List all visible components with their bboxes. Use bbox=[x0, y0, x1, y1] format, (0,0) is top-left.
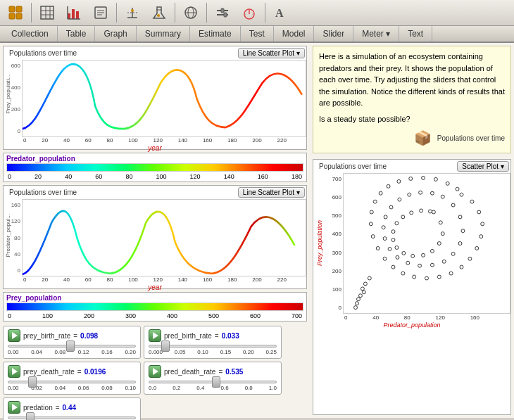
play-btn-prey-birth-rate[interactable] bbox=[8, 329, 20, 342]
model-toolbar-icon[interactable] bbox=[178, 1, 203, 24]
slider-thumb-pred-birth-rate[interactable] bbox=[161, 341, 170, 352]
tab-meter[interactable]: Meter ▾ bbox=[353, 26, 399, 42]
svg-point-56 bbox=[379, 191, 382, 195]
toolbar-sep4 bbox=[206, 3, 207, 23]
svg-point-57 bbox=[387, 184, 390, 188]
svg-point-72 bbox=[406, 261, 410, 265]
sliders-section: prey_birth_rate = 0.098 0.00 0.04 0.08 0… bbox=[3, 326, 307, 420]
svg-point-51 bbox=[376, 246, 380, 250]
graph2-dropdown[interactable]: Line Scatter Plot ▾ bbox=[238, 187, 305, 198]
svg-point-60 bbox=[422, 176, 425, 179]
svg-point-75 bbox=[383, 237, 387, 241]
svg-point-98 bbox=[420, 209, 423, 212]
tab-summary[interactable]: Summary bbox=[137, 26, 190, 42]
play-btn-pred-birth-rate[interactable] bbox=[149, 329, 161, 342]
slider-prey-birth-rate: prey_birth_rate = 0.098 0.00 0.04 0.08 0… bbox=[3, 326, 141, 359]
text-toolbar-icon[interactable]: A bbox=[268, 1, 294, 24]
svg-point-96 bbox=[401, 215, 405, 219]
svg-rect-2 bbox=[9, 13, 15, 19]
svg-point-65 bbox=[458, 215, 462, 219]
svg-point-77 bbox=[384, 215, 387, 219]
svg-point-85 bbox=[439, 221, 442, 224]
svg-rect-30 bbox=[224, 13, 227, 17]
svg-point-70 bbox=[430, 263, 434, 267]
svg-point-40 bbox=[479, 235, 483, 238]
tab-text[interactable]: Text bbox=[399, 26, 432, 42]
scatter-ylabel: Prey_population bbox=[316, 220, 323, 266]
svg-point-42 bbox=[468, 257, 472, 260]
svg-point-91 bbox=[402, 251, 406, 255]
tab-graph[interactable]: Graph bbox=[95, 26, 136, 42]
colorbar1: Predator_population 0 20 40 60 80 100 12… bbox=[3, 153, 307, 182]
summary-toolbar-icon[interactable] bbox=[88, 1, 113, 24]
slider-thumb-prey-death-rate[interactable] bbox=[28, 376, 37, 388]
svg-point-86 bbox=[441, 232, 444, 236]
slider-track-predation[interactable] bbox=[8, 416, 136, 419]
svg-point-68 bbox=[451, 252, 455, 255]
tab-estimate[interactable]: Estimate bbox=[190, 26, 241, 42]
slider-pred-birth-rate: pred_birth_rate = 0.033 0.000 0.05 0.10 … bbox=[144, 326, 282, 359]
graph1-dropdown[interactable]: Line Scatter Plot ▾ bbox=[238, 48, 305, 58]
svg-point-103 bbox=[362, 291, 365, 294]
slider-thumb-prey-birth-rate[interactable] bbox=[66, 341, 75, 352]
play-btn-predation[interactable] bbox=[8, 401, 20, 414]
tab-collection[interactable]: Collection bbox=[3, 26, 58, 42]
svg-point-59 bbox=[409, 177, 413, 180]
svg-rect-11 bbox=[76, 11, 79, 19]
svg-point-83 bbox=[441, 195, 444, 198]
svg-point-102 bbox=[368, 276, 371, 280]
description-text: Here is a simulation of an ecosystem con… bbox=[319, 51, 505, 109]
svg-point-79 bbox=[398, 198, 401, 201]
slider-toolbar-icon[interactable] bbox=[210, 1, 235, 24]
svg-point-92 bbox=[395, 246, 399, 249]
tab-model[interactable]: Model bbox=[274, 26, 315, 42]
svg-point-93 bbox=[391, 238, 395, 242]
scatter-dropdown[interactable]: Scatter Plot ▾ bbox=[457, 161, 509, 172]
table-toolbar-icon[interactable] bbox=[35, 1, 60, 24]
collection-toolbar-icon[interactable] bbox=[3, 1, 28, 24]
play-btn-prey-death-rate[interactable] bbox=[8, 365, 20, 378]
nav-tabs: Collection Table Graph Summary Estimate … bbox=[0, 26, 514, 43]
svg-point-82 bbox=[430, 191, 434, 195]
svg-point-61 bbox=[434, 177, 437, 181]
play-btn-pred-death-rate[interactable] bbox=[149, 365, 161, 378]
slider-track-prey-birth-rate[interactable] bbox=[8, 345, 136, 348]
slider-track-prey-death-rate[interactable] bbox=[8, 381, 136, 383]
svg-point-94 bbox=[391, 230, 395, 234]
svg-point-41 bbox=[475, 246, 479, 250]
scatter-plot-box: Populations over time Scatter Plot ▾ Pre… bbox=[313, 159, 511, 415]
colorbar2-label: Prey_population bbox=[6, 294, 303, 302]
graph-toolbar-icon[interactable] bbox=[61, 1, 87, 24]
graph2: Populations over time Line Scatter Plot … bbox=[3, 185, 307, 289]
colorbar1-bar bbox=[6, 163, 303, 172]
toolbar-sep3 bbox=[175, 3, 175, 23]
svg-point-54 bbox=[370, 210, 373, 214]
svg-point-81 bbox=[419, 191, 422, 194]
meter-toolbar-icon[interactable] bbox=[237, 1, 262, 24]
slider-track-pred-birth-rate[interactable] bbox=[149, 345, 277, 348]
svg-point-69 bbox=[442, 260, 446, 263]
colorbar1-label: Predator_population bbox=[6, 155, 303, 163]
toolbar-sep5 bbox=[265, 3, 265, 23]
estimate-toolbar-icon[interactable] bbox=[120, 1, 145, 24]
tab-table[interactable]: Table bbox=[58, 26, 96, 42]
svg-point-58 bbox=[397, 179, 401, 183]
slider-thumb-pred-death-rate[interactable] bbox=[212, 376, 220, 388]
slider-axis-prey-death-rate: 0.00 0.02 0.04 0.06 0.08 0.10 bbox=[8, 385, 136, 391]
desc-box-label: Populations over time bbox=[437, 133, 505, 144]
slider-predation: predation = 0.44 0 0.5 1.0 1.5 2.0 2.5 bbox=[3, 397, 141, 420]
svg-point-74 bbox=[388, 247, 391, 250]
toolbar-sep2 bbox=[116, 3, 117, 23]
svg-point-88 bbox=[430, 249, 434, 253]
tab-slider[interactable]: Slider bbox=[314, 26, 353, 42]
svg-point-84 bbox=[432, 210, 435, 214]
svg-point-67 bbox=[458, 242, 462, 246]
test-toolbar-icon[interactable] bbox=[146, 1, 172, 24]
description-question: Is a steady state possible? bbox=[319, 113, 505, 125]
slider-thumb-predation[interactable] bbox=[26, 412, 35, 420]
desc-box-icon: 📦 bbox=[414, 127, 432, 148]
slider-track-pred-death-rate[interactable] bbox=[149, 381, 277, 383]
graph2-title: Populations over time bbox=[6, 187, 80, 198]
svg-rect-29 bbox=[221, 8, 224, 13]
tab-test[interactable]: Test bbox=[241, 26, 274, 42]
